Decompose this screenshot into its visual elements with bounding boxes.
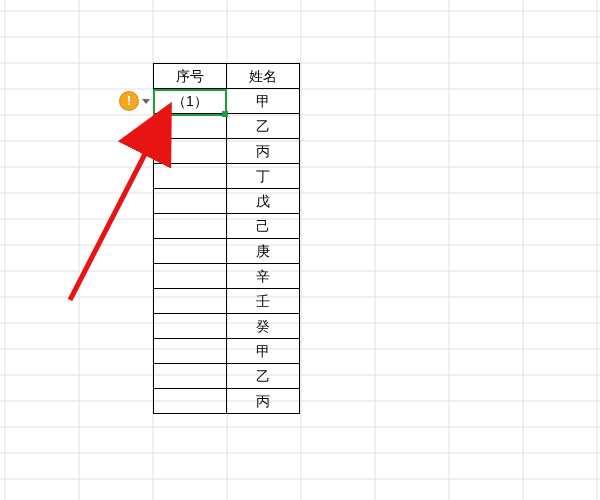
cell-name[interactable]: 丙 bbox=[227, 389, 300, 414]
table-row: 丙 bbox=[154, 139, 300, 164]
cell-name[interactable]: 辛 bbox=[227, 264, 300, 289]
cell-seq[interactable]: （1） bbox=[154, 89, 227, 114]
table-row: 戊 bbox=[154, 189, 300, 214]
error-smart-tag[interactable]: ! bbox=[120, 92, 150, 110]
cell-name[interactable]: 甲 bbox=[227, 339, 300, 364]
cell-name[interactable]: 丙 bbox=[227, 139, 300, 164]
chevron-down-icon[interactable] bbox=[142, 99, 150, 104]
cell-name[interactable]: 丁 bbox=[227, 164, 300, 189]
cell-seq[interactable] bbox=[154, 139, 227, 164]
cell-seq[interactable] bbox=[154, 389, 227, 414]
table-row: 丁 bbox=[154, 164, 300, 189]
cell-seq[interactable] bbox=[154, 264, 227, 289]
cell-name[interactable]: 甲 bbox=[227, 89, 300, 114]
warning-icon: ! bbox=[120, 92, 138, 110]
cell-seq[interactable] bbox=[154, 214, 227, 239]
data-table[interactable]: 序号 姓名 （1） 甲 乙 丙 丁 戊 bbox=[153, 63, 300, 414]
table-row: （1） 甲 bbox=[154, 89, 300, 114]
table-row: 甲 bbox=[154, 339, 300, 364]
cell-seq[interactable] bbox=[154, 364, 227, 389]
table-row: 乙 bbox=[154, 364, 300, 389]
table-row: 壬 bbox=[154, 289, 300, 314]
header-seq[interactable]: 序号 bbox=[154, 64, 227, 89]
cell-name[interactable]: 癸 bbox=[227, 314, 300, 339]
table-row: 辛 bbox=[154, 264, 300, 289]
table-row: 癸 bbox=[154, 314, 300, 339]
cell-seq[interactable] bbox=[154, 189, 227, 214]
cell-name[interactable]: 庚 bbox=[227, 239, 300, 264]
cell-seq[interactable] bbox=[154, 314, 227, 339]
spreadsheet-area[interactable]: 序号 姓名 （1） 甲 乙 丙 丁 戊 bbox=[0, 0, 600, 500]
cell-name[interactable]: 乙 bbox=[227, 364, 300, 389]
cell-name[interactable]: 乙 bbox=[227, 114, 300, 139]
table-row: 乙 bbox=[154, 114, 300, 139]
cell-name[interactable]: 戊 bbox=[227, 189, 300, 214]
header-name[interactable]: 姓名 bbox=[227, 64, 300, 89]
table-row: 庚 bbox=[154, 239, 300, 264]
cell-name[interactable]: 壬 bbox=[227, 289, 300, 314]
table-header-row: 序号 姓名 bbox=[154, 64, 300, 89]
cell-seq[interactable] bbox=[154, 289, 227, 314]
cell-seq[interactable] bbox=[154, 164, 227, 189]
cell-seq[interactable] bbox=[154, 339, 227, 364]
cell-name[interactable]: 己 bbox=[227, 214, 300, 239]
cell-seq[interactable] bbox=[154, 114, 227, 139]
table-row: 己 bbox=[154, 214, 300, 239]
gridlines bbox=[0, 0, 600, 500]
cell-seq[interactable] bbox=[154, 239, 227, 264]
table-row: 丙 bbox=[154, 389, 300, 414]
